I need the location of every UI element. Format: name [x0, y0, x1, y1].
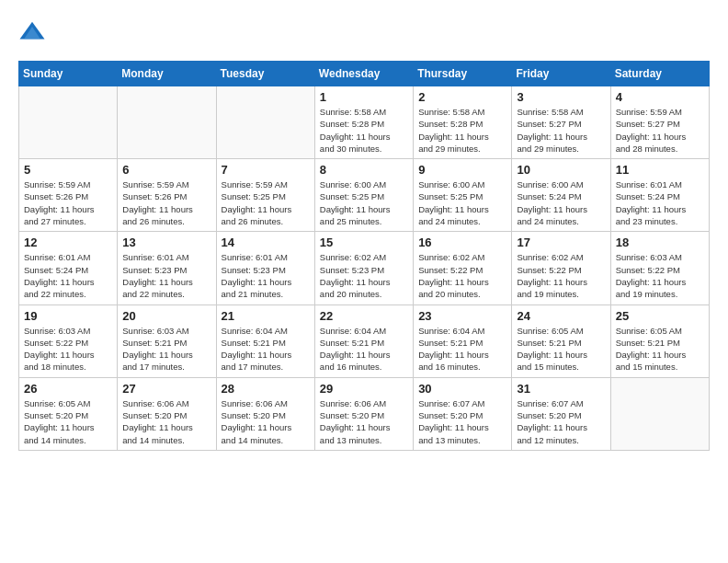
calendar-day-2: 2Sunrise: 5:58 AM Sunset: 5:28 PM Daylig…: [414, 86, 512, 159]
day-number: 26: [24, 382, 112, 396]
calendar-day-28: 28Sunrise: 6:06 AM Sunset: 5:20 PM Dayli…: [216, 377, 314, 450]
day-number: 21: [222, 309, 310, 323]
calendar-day-4: 4Sunrise: 5:59 AM Sunset: 5:27 PM Daylig…: [610, 86, 709, 159]
day-number: 18: [616, 236, 704, 249]
day-header-monday: Monday: [118, 62, 216, 86]
day-info: Sunrise: 6:07 AM Sunset: 5:20 PM Dayligh…: [517, 397, 605, 446]
calendar-week-1: 1Sunrise: 5:58 AM Sunset: 5:28 PM Daylig…: [19, 86, 710, 159]
day-info: Sunrise: 6:00 AM Sunset: 5:24 PM Dayligh…: [517, 178, 605, 227]
calendar-day-5: 5Sunrise: 5:59 AM Sunset: 5:26 PM Daylig…: [19, 159, 118, 232]
day-number: 7: [222, 163, 310, 177]
calendar-week-4: 19Sunrise: 6:03 AM Sunset: 5:22 PM Dayli…: [19, 304, 710, 377]
day-number: 19: [24, 309, 112, 323]
calendar-day-10: 10Sunrise: 6:00 AM Sunset: 5:24 PM Dayli…: [512, 159, 610, 232]
calendar-day-29: 29Sunrise: 6:06 AM Sunset: 5:20 PM Dayli…: [314, 377, 413, 450]
day-info: Sunrise: 6:00 AM Sunset: 5:25 PM Dayligh…: [418, 178, 506, 227]
calendar-day-9: 9Sunrise: 6:00 AM Sunset: 5:25 PM Daylig…: [414, 159, 512, 232]
calendar-table: SundayMondayTuesdayWednesdayThursdayFrid…: [18, 61, 710, 451]
day-number: 12: [24, 236, 112, 249]
day-number: 8: [320, 163, 408, 177]
calendar-empty-cell: [610, 377, 709, 450]
day-number: 3: [517, 90, 605, 104]
calendar-day-27: 27Sunrise: 6:06 AM Sunset: 5:20 PM Dayli…: [118, 377, 216, 450]
calendar-day-17: 17Sunrise: 6:02 AM Sunset: 5:22 PM Dayli…: [512, 232, 610, 304]
day-info: Sunrise: 5:59 AM Sunset: 5:26 PM Dayligh…: [122, 178, 210, 227]
day-info: Sunrise: 6:01 AM Sunset: 5:23 PM Dayligh…: [122, 251, 210, 300]
day-info: Sunrise: 6:01 AM Sunset: 5:23 PM Dayligh…: [222, 251, 310, 300]
day-info: Sunrise: 6:03 AM Sunset: 5:22 PM Dayligh…: [24, 325, 112, 373]
calendar-day-30: 30Sunrise: 6:07 AM Sunset: 5:20 PM Dayli…: [414, 377, 512, 450]
day-number: 25: [616, 309, 704, 323]
calendar-day-16: 16Sunrise: 6:02 AM Sunset: 5:22 PM Dayli…: [414, 232, 512, 304]
day-info: Sunrise: 6:04 AM Sunset: 5:21 PM Dayligh…: [320, 325, 408, 373]
day-number: 14: [222, 236, 310, 249]
calendar-day-13: 13Sunrise: 6:01 AM Sunset: 5:23 PM Dayli…: [118, 232, 216, 304]
day-info: Sunrise: 6:04 AM Sunset: 5:21 PM Dayligh…: [222, 325, 310, 373]
calendar-day-12: 12Sunrise: 6:01 AM Sunset: 5:24 PM Dayli…: [19, 232, 118, 304]
page-header: [18, 18, 710, 46]
day-info: Sunrise: 6:05 AM Sunset: 5:20 PM Dayligh…: [24, 397, 112, 446]
day-info: Sunrise: 6:06 AM Sunset: 5:20 PM Dayligh…: [122, 397, 210, 446]
calendar-week-2: 5Sunrise: 5:59 AM Sunset: 5:26 PM Daylig…: [19, 159, 710, 232]
calendar-day-3: 3Sunrise: 5:58 AM Sunset: 5:27 PM Daylig…: [512, 86, 610, 159]
day-number: 4: [616, 90, 704, 104]
day-info: Sunrise: 6:02 AM Sunset: 5:23 PM Dayligh…: [320, 251, 408, 300]
day-info: Sunrise: 5:59 AM Sunset: 5:27 PM Dayligh…: [616, 106, 704, 155]
day-info: Sunrise: 6:07 AM Sunset: 5:20 PM Dayligh…: [418, 397, 506, 446]
day-number: 10: [517, 163, 605, 177]
day-info: Sunrise: 5:58 AM Sunset: 5:28 PM Dayligh…: [418, 106, 506, 155]
day-info: Sunrise: 6:04 AM Sunset: 5:21 PM Dayligh…: [418, 325, 506, 373]
day-number: 30: [418, 382, 506, 396]
day-number: 31: [517, 382, 605, 396]
calendar-empty-cell: [216, 86, 314, 159]
day-number: 2: [418, 90, 506, 104]
calendar-day-26: 26Sunrise: 6:05 AM Sunset: 5:20 PM Dayli…: [19, 377, 118, 450]
calendar-day-21: 21Sunrise: 6:04 AM Sunset: 5:21 PM Dayli…: [216, 304, 314, 377]
logo-icon: [18, 18, 46, 46]
calendar-day-15: 15Sunrise: 6:02 AM Sunset: 5:23 PM Dayli…: [314, 232, 413, 304]
day-info: Sunrise: 6:02 AM Sunset: 5:22 PM Dayligh…: [517, 251, 605, 300]
calendar-day-18: 18Sunrise: 6:03 AM Sunset: 5:22 PM Dayli…: [610, 232, 709, 304]
calendar-day-7: 7Sunrise: 5:59 AM Sunset: 5:25 PM Daylig…: [216, 159, 314, 232]
day-header-wednesday: Wednesday: [314, 62, 413, 86]
day-info: Sunrise: 5:59 AM Sunset: 5:25 PM Dayligh…: [222, 178, 310, 227]
calendar-day-25: 25Sunrise: 6:05 AM Sunset: 5:21 PM Dayli…: [610, 304, 709, 377]
calendar-day-14: 14Sunrise: 6:01 AM Sunset: 5:23 PM Dayli…: [216, 232, 314, 304]
day-info: Sunrise: 6:05 AM Sunset: 5:21 PM Dayligh…: [517, 325, 605, 373]
day-header-friday: Friday: [512, 62, 610, 86]
day-info: Sunrise: 6:01 AM Sunset: 5:24 PM Dayligh…: [24, 251, 112, 300]
calendar-header-row: SundayMondayTuesdayWednesdayThursdayFrid…: [19, 62, 710, 86]
day-number: 15: [320, 236, 408, 249]
calendar-empty-cell: [118, 86, 216, 159]
day-info: Sunrise: 6:06 AM Sunset: 5:20 PM Dayligh…: [222, 397, 310, 446]
day-info: Sunrise: 6:01 AM Sunset: 5:24 PM Dayligh…: [616, 178, 704, 227]
day-number: 20: [122, 309, 210, 323]
calendar-day-6: 6Sunrise: 5:59 AM Sunset: 5:26 PM Daylig…: [118, 159, 216, 232]
calendar-day-22: 22Sunrise: 6:04 AM Sunset: 5:21 PM Dayli…: [314, 304, 413, 377]
day-header-sunday: Sunday: [19, 62, 118, 86]
day-info: Sunrise: 6:02 AM Sunset: 5:22 PM Dayligh…: [418, 251, 506, 300]
calendar-empty-cell: [19, 86, 118, 159]
day-number: 1: [320, 90, 408, 104]
day-number: 24: [517, 309, 605, 323]
calendar-day-1: 1Sunrise: 5:58 AM Sunset: 5:28 PM Daylig…: [314, 86, 413, 159]
calendar-day-23: 23Sunrise: 6:04 AM Sunset: 5:21 PM Dayli…: [414, 304, 512, 377]
day-number: 6: [122, 163, 210, 177]
day-header-tuesday: Tuesday: [216, 62, 314, 86]
day-number: 28: [222, 382, 310, 396]
day-number: 22: [320, 309, 408, 323]
day-info: Sunrise: 6:03 AM Sunset: 5:22 PM Dayligh…: [616, 251, 704, 300]
day-info: Sunrise: 6:00 AM Sunset: 5:25 PM Dayligh…: [320, 178, 408, 227]
day-info: Sunrise: 6:05 AM Sunset: 5:21 PM Dayligh…: [616, 325, 704, 373]
day-info: Sunrise: 5:58 AM Sunset: 5:27 PM Dayligh…: [517, 106, 605, 155]
day-header-thursday: Thursday: [414, 62, 512, 86]
day-info: Sunrise: 6:06 AM Sunset: 5:20 PM Dayligh…: [320, 397, 408, 446]
day-info: Sunrise: 5:59 AM Sunset: 5:26 PM Dayligh…: [24, 178, 112, 227]
logo: [18, 18, 50, 46]
day-header-saturday: Saturday: [610, 62, 709, 86]
day-number: 27: [122, 382, 210, 396]
calendar-week-3: 12Sunrise: 6:01 AM Sunset: 5:24 PM Dayli…: [19, 232, 710, 304]
calendar-day-8: 8Sunrise: 6:00 AM Sunset: 5:25 PM Daylig…: [314, 159, 413, 232]
day-info: Sunrise: 5:58 AM Sunset: 5:28 PM Dayligh…: [320, 106, 408, 155]
calendar-day-19: 19Sunrise: 6:03 AM Sunset: 5:22 PM Dayli…: [19, 304, 118, 377]
